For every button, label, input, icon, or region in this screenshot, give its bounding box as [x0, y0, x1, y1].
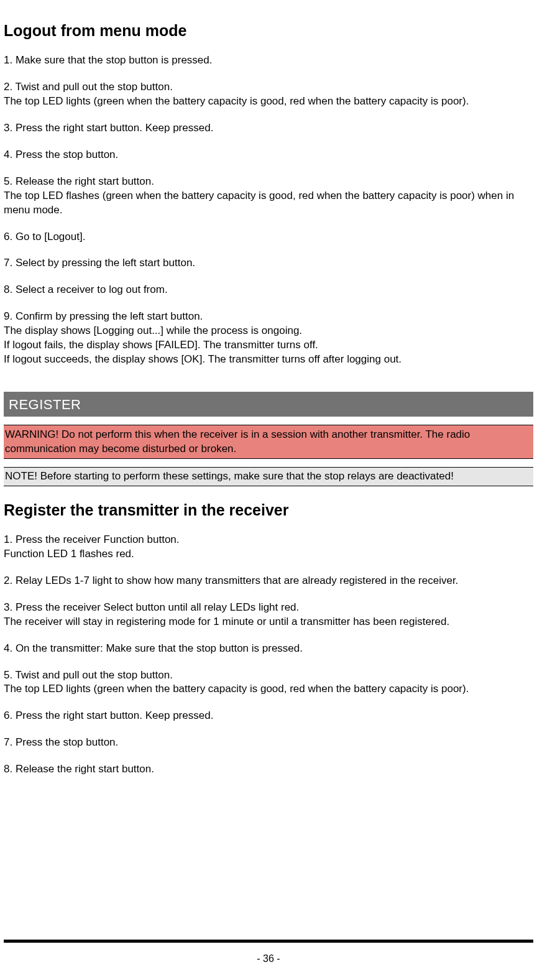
text-line: The display shows [Logging out...] while…	[4, 324, 533, 338]
text-line: Function LED 1 flashes red.	[4, 547, 533, 562]
section-logout-body: 1. Make sure that the stop button is pre…	[4, 53, 533, 367]
text-line: 2. Relay LEDs 1-7 light to show how many…	[4, 574, 533, 588]
text-line: 3. Press the receiver Select button unti…	[4, 601, 533, 615]
text-line: If logout succeeds, the display shows [O…	[4, 353, 533, 367]
text-line: 1. Press the receiver Function button.	[4, 533, 533, 547]
text-line: 7. Select by pressing the left start but…	[4, 256, 533, 270]
text-line: 5. Twist and pull out the stop button.	[4, 668, 533, 683]
paragraph: 6. Go to [Logout].	[4, 230, 533, 244]
page-number: - 36 -	[0, 953, 537, 964]
paragraph: 4. Press the stop button.	[4, 148, 533, 162]
warning-box: WARNING! Do not perform this when the re…	[4, 425, 533, 459]
heading-logout: Logout from menu mode	[4, 22, 533, 40]
text-line: 2. Twist and pull out the stop button.	[4, 80, 533, 95]
text-line: The receiver will stay in registering mo…	[4, 615, 533, 629]
paragraph: 8. Select a receiver to log out from.	[4, 283, 533, 297]
paragraph: 2. Twist and pull out the stop button.Th…	[4, 80, 533, 109]
text-line: 4. Press the stop button.	[4, 148, 533, 162]
paragraph: 2. Relay LEDs 1-7 light to show how many…	[4, 574, 533, 588]
text-line: 1. Make sure that the stop button is pre…	[4, 53, 533, 68]
text-line: 7. Press the stop button.	[4, 736, 533, 750]
paragraph: 5. Twist and pull out the stop button.Th…	[4, 668, 533, 697]
text-line: 6. Press the right start button. Keep pr…	[4, 709, 533, 723]
text-line: The top LED flashes (green when the batt…	[4, 189, 533, 218]
paragraph: 8. Release the right start button.	[4, 762, 533, 777]
note-box: NOTE! Before starting to perform these s…	[4, 467, 533, 486]
page-content: Logout from menu mode 1. Make sure that …	[0, 0, 537, 777]
paragraph: 3. Press the receiver Select button unti…	[4, 601, 533, 629]
paragraph: 1. Press the receiver Function button.Fu…	[4, 533, 533, 562]
text-line: If logout fails, the display shows [FAIL…	[4, 338, 533, 353]
text-line: 9. Confirm by pressing the left start bu…	[4, 310, 533, 324]
text-line: 5. Release the right start button.	[4, 175, 533, 189]
paragraph: 4. On the transmitter: Make sure that th…	[4, 642, 533, 656]
paragraph: 7. Select by pressing the left start but…	[4, 256, 533, 270]
paragraph: 7. Press the stop button.	[4, 736, 533, 750]
footer-rule	[4, 940, 533, 943]
text-line: 4. On the transmitter: Make sure that th…	[4, 642, 533, 656]
paragraph: 1. Make sure that the stop button is pre…	[4, 53, 533, 68]
paragraph: 9. Confirm by pressing the left start bu…	[4, 310, 533, 367]
text-line: 3. Press the right start button. Keep pr…	[4, 121, 533, 136]
section-register-body: 1. Press the receiver Function button.Fu…	[4, 533, 533, 777]
heading-register: Register the transmitter in the receiver	[4, 501, 533, 519]
paragraph: 5. Release the right start button.The to…	[4, 175, 533, 218]
text-line: 6. Go to [Logout].	[4, 230, 533, 244]
text-line: The top LED lights (green when the batte…	[4, 682, 533, 696]
text-line: The top LED lights (green when the batte…	[4, 95, 533, 109]
text-line: 8. Release the right start button.	[4, 762, 533, 777]
paragraph: 3. Press the right start button. Keep pr…	[4, 121, 533, 136]
paragraph: 6. Press the right start button. Keep pr…	[4, 709, 533, 723]
section-header-register: REGISTER	[4, 392, 533, 417]
text-line: 8. Select a receiver to log out from.	[4, 283, 533, 297]
